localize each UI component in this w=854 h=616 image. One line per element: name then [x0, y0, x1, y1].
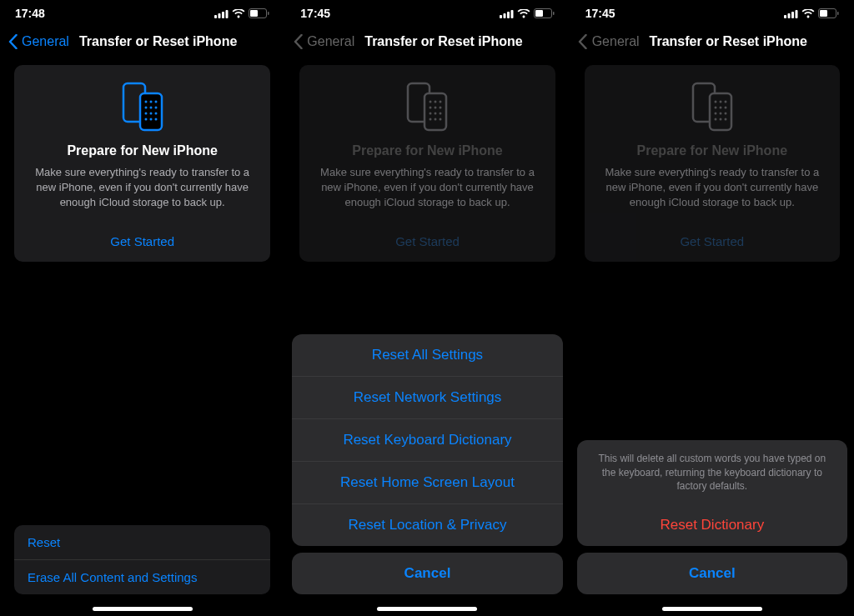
svg-point-11	[154, 101, 157, 103]
confirm-action-sheet: This will delete all custom words you ha…	[577, 440, 847, 594]
screen-2: 17:45 General Transfer or Reset iPhone P…	[284, 0, 569, 616]
reset-keyboard-dictionary-button[interactable]: Reset Keyboard Dictionary	[292, 418, 562, 461]
svg-point-35	[440, 107, 442, 109]
svg-point-13	[149, 107, 152, 109]
svg-rect-2	[222, 12, 224, 18]
home-indicator[interactable]	[377, 607, 477, 611]
prepare-card: Prepare for New iPhone Make sure everyth…	[14, 65, 270, 262]
card-title: Prepare for New iPhone	[311, 143, 543, 158]
svg-point-54	[714, 107, 716, 109]
svg-point-17	[154, 113, 157, 115]
svg-rect-45	[795, 10, 797, 18]
svg-point-59	[724, 113, 726, 115]
get-started-button: Get Started	[596, 234, 828, 248]
svg-rect-6	[268, 12, 269, 15]
svg-point-39	[430, 118, 432, 121]
status-icons	[784, 8, 839, 18]
reset-list: Reset Erase All Content and Settings	[14, 525, 270, 594]
prepare-card: Prepare for New iPhone Make sure everyth…	[299, 65, 555, 262]
svg-rect-29	[424, 93, 446, 130]
svg-point-36	[430, 113, 432, 115]
nav-header: General Transfer or Reset iPhone	[285, 22, 569, 58]
svg-point-10	[149, 101, 152, 103]
svg-point-20	[154, 118, 157, 121]
svg-point-9	[144, 101, 147, 103]
svg-point-52	[719, 101, 721, 103]
reset-location-privacy-button[interactable]: Reset Location & Privacy	[292, 503, 562, 546]
svg-point-60	[714, 118, 716, 121]
svg-rect-24	[510, 10, 513, 18]
reset-all-settings-button[interactable]: Reset All Settings	[292, 334, 562, 376]
svg-point-58	[719, 113, 721, 115]
svg-point-32	[440, 101, 442, 103]
cellular-icon	[784, 9, 798, 18]
battery-icon	[534, 8, 555, 18]
status-bar: 17:48	[0, 5, 284, 22]
wifi-icon	[232, 9, 245, 18]
svg-rect-0	[214, 15, 217, 18]
svg-rect-3	[226, 10, 229, 18]
svg-rect-23	[507, 12, 510, 18]
get-started-button[interactable]: Get Started	[26, 234, 259, 248]
svg-point-31	[435, 101, 437, 103]
svg-point-14	[154, 107, 157, 109]
home-indicator[interactable]	[662, 607, 762, 611]
reset-dictionary-button[interactable]: Reset Dictionary	[577, 504, 847, 546]
erase-all-row[interactable]: Erase All Content and Settings	[14, 559, 270, 594]
status-icons	[214, 8, 269, 18]
status-time: 17:45	[585, 7, 615, 20]
screen-1: 17:48 General Transfer or Reset iPhone P…	[0, 0, 284, 616]
status-bar: 17:45	[570, 5, 854, 22]
back-button: General	[592, 34, 640, 49]
card-title: Prepare for New iPhone	[26, 143, 259, 158]
back-chevron-icon	[292, 33, 304, 50]
svg-point-34	[435, 107, 437, 109]
back-chevron-icon	[577, 33, 589, 50]
svg-rect-21	[500, 15, 502, 18]
svg-rect-47	[820, 10, 827, 17]
svg-point-40	[435, 118, 437, 121]
cancel-button[interactable]: Cancel	[577, 553, 847, 594]
transfer-devices-icon	[596, 82, 828, 132]
card-body: Make sure everything's ready to transfer…	[311, 165, 543, 211]
svg-point-62	[724, 118, 726, 121]
transfer-devices-icon	[26, 82, 259, 132]
svg-point-19	[149, 118, 152, 121]
confirm-message: This will delete all custom words you ha…	[577, 440, 847, 504]
svg-point-55	[719, 107, 721, 109]
battery-icon	[249, 8, 269, 18]
status-icons	[500, 8, 555, 18]
reset-action-sheet: Reset All Settings Reset Network Setting…	[292, 334, 562, 594]
svg-rect-50	[710, 93, 731, 130]
back-button[interactable]: General	[22, 34, 69, 49]
nav-header: General Transfer or Reset iPhone	[570, 22, 854, 58]
svg-point-41	[440, 118, 442, 121]
wifi-icon	[801, 9, 815, 18]
svg-point-61	[719, 118, 721, 121]
prepare-card: Prepare for New iPhone Make sure everyth…	[585, 65, 840, 262]
svg-rect-44	[791, 12, 794, 18]
svg-point-16	[149, 113, 152, 115]
home-indicator[interactable]	[93, 607, 193, 611]
svg-rect-8	[140, 93, 162, 130]
svg-point-12	[144, 107, 147, 109]
page-title: Transfer or Reset iPhone	[650, 34, 807, 49]
svg-point-53	[724, 101, 726, 103]
card-title: Prepare for New iPhone	[596, 143, 828, 158]
card-body: Make sure everything's ready to transfer…	[596, 165, 828, 211]
svg-rect-1	[219, 13, 221, 18]
svg-rect-48	[837, 12, 839, 15]
svg-point-57	[714, 113, 716, 115]
cancel-button[interactable]: Cancel	[292, 553, 562, 594]
wifi-icon	[517, 9, 530, 18]
reset-network-settings-button[interactable]: Reset Network Settings	[292, 376, 562, 418]
reset-row[interactable]: Reset	[14, 525, 270, 559]
back-chevron-icon[interactable]	[7, 33, 18, 50]
transfer-devices-icon	[311, 82, 543, 132]
reset-home-screen-layout-button[interactable]: Reset Home Screen Layout	[292, 461, 562, 503]
svg-point-33	[430, 107, 432, 109]
cellular-icon	[500, 9, 514, 18]
svg-point-15	[144, 113, 147, 115]
svg-rect-42	[784, 15, 786, 18]
card-body: Make sure everything's ready to transfer…	[26, 165, 259, 211]
